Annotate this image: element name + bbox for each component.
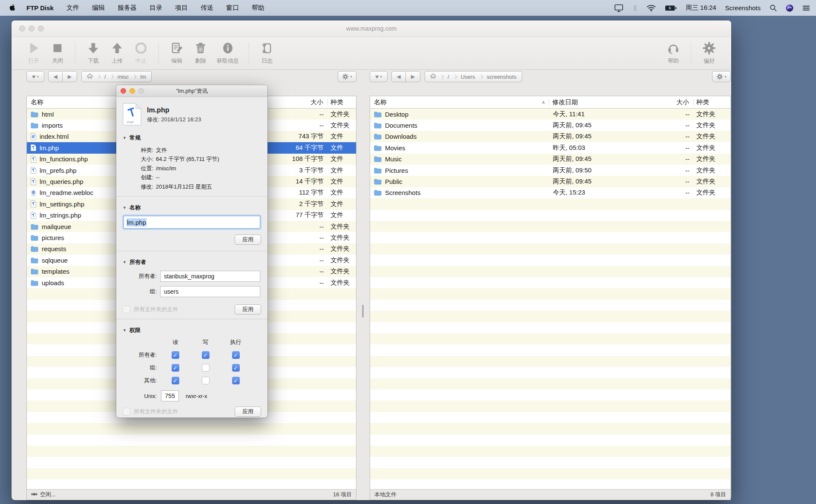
menu-item-7[interactable]: 帮助 — [252, 4, 264, 12]
column-header-size[interactable]: 大小 — [264, 98, 328, 106]
close-window-button[interactable] — [19, 26, 25, 32]
file-row-Documents[interactable]: Documents两天前, 09:45--文件夹 — [370, 120, 730, 131]
permission-checkbox[interactable]: ✓ — [172, 377, 179, 384]
breadcrumb-segment[interactable]: screenshots — [487, 74, 517, 80]
disclosure-triangle-icon[interactable]: ▼ — [123, 260, 126, 264]
unix-mode-input[interactable]: 755 — [161, 390, 179, 401]
favorites-button[interactable]: ♥▾ — [26, 71, 44, 82]
breadcrumb-segment[interactable]: / — [104, 74, 106, 80]
home-icon[interactable] — [430, 73, 436, 80]
forward-button[interactable]: ▶ — [63, 71, 77, 82]
permission-checkbox[interactable]: ✓ — [232, 364, 240, 372]
breadcrumb-chevron-icon — [132, 74, 137, 79]
toolbar-button-info[interactable]: 获取信息 — [213, 42, 243, 65]
zoom-window-button[interactable] — [38, 26, 44, 32]
column-header-kind[interactable]: 种类 — [694, 98, 730, 106]
minimize-window-button[interactable] — [29, 26, 34, 32]
menu-item-4[interactable]: 项目 — [175, 4, 188, 12]
actions-menu-button[interactable]: ▾ — [712, 71, 731, 82]
permission-checkbox[interactable]: ✓ — [232, 377, 240, 384]
dialog-minimize-button[interactable] — [129, 88, 135, 94]
window-titlebar[interactable]: www.maxprog.com — [11, 20, 731, 37]
menu-item-1[interactable]: 编辑 — [92, 4, 105, 12]
toolbar-button-gear[interactable]: 偏好 — [697, 42, 721, 65]
back-button[interactable]: ◀ — [391, 71, 406, 82]
forward-button[interactable]: ▶ — [406, 71, 420, 82]
actions-menu-button[interactable]: ▾ — [338, 71, 356, 82]
toolbar-button-label: 关闭 — [52, 57, 63, 65]
breadcrumb-segment[interactable]: / — [448, 74, 449, 80]
column-header-name[interactable]: 名称 ∧ — [370, 98, 549, 106]
apply-permissions-button[interactable]: 应用 — [235, 407, 261, 417]
group-input[interactable]: users — [160, 286, 260, 297]
column-header-size[interactable]: 大小 — [659, 98, 693, 106]
battery-icon[interactable] — [665, 5, 677, 11]
headset-icon — [667, 42, 680, 56]
breadcrumb-segment[interactable]: lm — [140, 74, 146, 80]
menu-item-2[interactable]: 服务器 — [118, 4, 137, 12]
file-row-Screenshots[interactable]: Screenshots今天, 15:23--文件夹 — [370, 187, 730, 198]
wifi-icon[interactable] — [646, 5, 656, 11]
menu-item-0[interactable]: 文件 — [66, 4, 79, 12]
toolbar-button-download[interactable]: 下载 — [81, 42, 105, 65]
menu-item-app[interactable]: FTP Disk — [26, 4, 54, 11]
toolbar-button-trash[interactable]: 删除 — [189, 42, 213, 65]
favorites-button[interactable]: ♥▾ — [370, 71, 388, 82]
menu-item-5[interactable]: 传送 — [201, 4, 213, 12]
toolbar-button-abort[interactable]: 中止 — [129, 42, 153, 65]
permission-checkbox[interactable] — [202, 377, 210, 384]
all-folder-files-checkbox[interactable] — [123, 408, 130, 415]
dialog-titlebar[interactable]: "lm.php"资讯 — [116, 85, 267, 97]
permissions-section-header[interactable]: ▼ 权限 — [123, 326, 261, 334]
toolbar-button-log[interactable]: 日志 — [255, 42, 279, 65]
menu-item-3[interactable]: 目录 — [149, 4, 162, 12]
file-row-Downloads[interactable]: Downloads两天前, 09:45--文件夹 — [370, 131, 730, 142]
file-row-Music[interactable]: Music两天前, 09:45--文件夹 — [370, 154, 730, 165]
dialog-close-button[interactable] — [121, 88, 126, 94]
menu-item-6[interactable]: 窗口 — [226, 4, 239, 12]
file-name-input[interactable]: lm.php — [124, 216, 260, 229]
column-header-kind[interactable]: 种类 — [328, 98, 356, 106]
toolbar-button-play[interactable]: 打开 — [22, 42, 46, 65]
display-icon[interactable] — [614, 4, 623, 12]
apply-name-button[interactable]: 应用 — [235, 235, 261, 245]
permission-checkbox[interactable]: ✓ — [172, 364, 179, 372]
all-folder-files-checkbox[interactable] — [123, 306, 130, 313]
breadcrumb-segment[interactable]: Users — [461, 74, 475, 80]
owner-input[interactable]: stanbusk_maxprog — [160, 271, 260, 282]
pane-split-handle[interactable] — [362, 305, 364, 318]
menu-user-label[interactable]: Screenshots — [725, 4, 761, 11]
owner-section-header[interactable]: ▼ 所有者 — [123, 258, 261, 266]
toolbar-button-headset[interactable]: 帮助 — [661, 42, 685, 65]
permission-checkbox[interactable]: ✓ — [172, 351, 179, 359]
permission-checkbox[interactable]: ✓ — [202, 351, 210, 359]
right-status-text: 本地文件 — [374, 491, 397, 498]
toolbar-button-upload[interactable]: 上传 — [105, 42, 129, 65]
permission-checkbox[interactable] — [202, 364, 210, 372]
search-icon[interactable] — [770, 4, 777, 11]
apply-owner-button[interactable]: 应用 — [235, 304, 261, 315]
column-header-date[interactable]: 修改日期 — [549, 98, 659, 106]
disclosure-triangle-icon[interactable]: ▼ — [123, 136, 126, 140]
disclosure-triangle-icon[interactable]: ▼ — [123, 328, 126, 332]
siri-icon[interactable] — [786, 4, 793, 12]
file-row-Movies[interactable]: Movies昨天, 05:03--文件夹 — [370, 142, 730, 153]
bluetooth-icon[interactable] — [632, 4, 638, 12]
file-icon — [31, 178, 36, 185]
toolbar-button-edit[interactable]: 编辑 — [165, 42, 189, 65]
file-name-cell: Public — [370, 178, 549, 185]
breadcrumb-segment[interactable]: misc — [118, 74, 129, 80]
notification-list-icon[interactable] — [802, 5, 810, 11]
name-section-header[interactable]: ▼ 名称 — [123, 204, 261, 212]
general-section-header[interactable]: ▼ 常规 — [123, 134, 261, 142]
apple-menu-icon[interactable] — [9, 4, 15, 12]
back-button[interactable]: ◀ — [48, 71, 63, 82]
toolbar-button-stop[interactable]: 关闭 — [46, 42, 69, 65]
permission-checkbox[interactable]: ✓ — [232, 351, 240, 359]
file-row-Public[interactable]: Public两天前, 09:45--文件夹 — [370, 176, 730, 187]
file-row-Desktop[interactable]: Desktop今天, 11:41--文件夹 — [370, 109, 730, 120]
home-icon[interactable] — [87, 73, 93, 80]
disclosure-triangle-icon[interactable]: ▼ — [123, 206, 126, 210]
file-row-Pictures[interactable]: Pictures两天前, 09:50--文件夹 — [370, 165, 730, 176]
menu-clock[interactable]: 周三 16:24 — [686, 4, 716, 12]
